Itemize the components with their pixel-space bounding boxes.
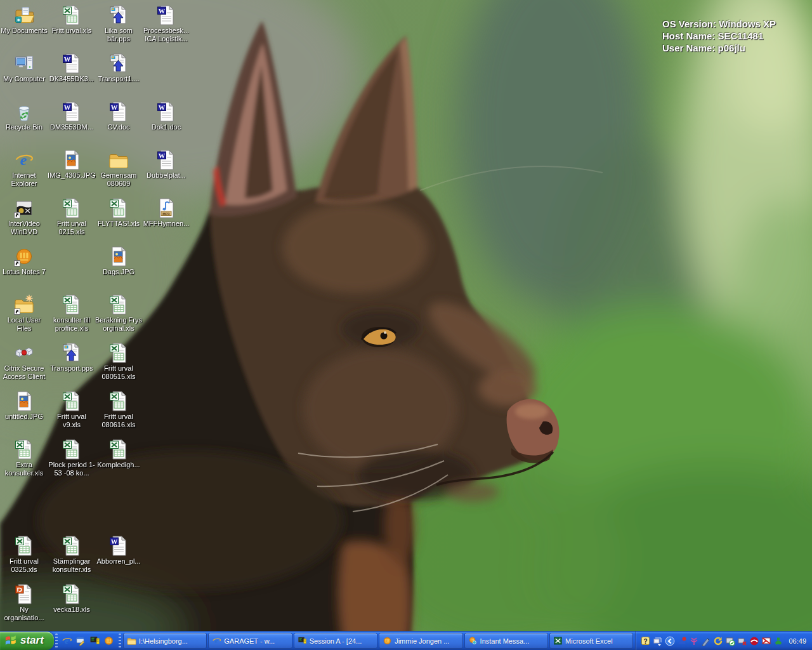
word-file-icon: W [156, 102, 176, 122]
desktop-icon-plock-period-1-53-08-ko[interactable]: Plock period 1-53 -08 ko... [48, 439, 96, 477]
desktop-icon-img-4305-jpg[interactable]: IMG_4305.JPG [48, 150, 96, 180]
antivirus-icon[interactable] [749, 636, 759, 646]
wireless-icon[interactable] [689, 636, 699, 646]
restore-window-icon[interactable] [653, 636, 663, 646]
system-update-icon[interactable] [725, 636, 735, 646]
desktop-icon-my-documents[interactable]: My Documents [0, 5, 48, 35]
folder-icon [127, 636, 136, 646]
excel-file-icon [62, 439, 82, 460]
desktop-icon-dok1-doc[interactable]: WDok1.doc [142, 102, 190, 131]
windows-logo-icon [4, 634, 17, 647]
image-file-icon [62, 150, 82, 170]
taskbar-window-jimmie-jongen[interactable]: Jimmie Jongen ... [379, 633, 462, 649]
word-file-icon: W [156, 150, 176, 170]
desktop-icon-konsulter-till-proffice-xls[interactable]: konsulter till proffice.xls [48, 295, 96, 332]
desktop-icon-label: Processbesk... ICA Logistik... [142, 27, 190, 43]
desktop-icon-extra-konsulter-xls[interactable]: Extra konsulter.xls [0, 439, 48, 477]
desktop-icon-ber-kning-frys-orginal-xls[interactable]: Beräkning Frys orginal.xls [95, 295, 143, 332]
host-session-icon[interactable] [89, 635, 101, 647]
desktop-icon-internet-explorer[interactable]: eInternet Explorer [0, 150, 48, 187]
desktop-icon-local-user-files[interactable]: Local User Files [0, 295, 48, 332]
network-disconnected-icon[interactable] [737, 636, 747, 646]
desktop-icon-untitled-jpg[interactable]: untitled.JPG [0, 391, 48, 421]
shortcut-arrow-icon [14, 308, 20, 315]
desktop-icon-cv-doc[interactable]: WCV.doc [95, 102, 143, 131]
desktop-icon-st-mplingar-konsulter-xls[interactable]: Stämplingar konsulter.xls [48, 536, 96, 573]
tray-clock[interactable]: 06:49 [789, 637, 806, 645]
taskbar-window-session-a-24[interactable]: Session A - [24... [294, 633, 377, 649]
taskbar-window-buttons: I:\Helsingborg...eGARAGET - w...Session … [122, 632, 636, 650]
taskbar-window-label: Microsoft Excel [565, 637, 613, 645]
show-desktop-icon[interactable] [75, 635, 87, 647]
desktop-icon-lika-som-b-r-pps[interactable]: Lika som bär.pps [95, 5, 143, 43]
ppt-file-icon [14, 584, 34, 604]
taskbar-window-label: I:\Helsingborg... [139, 637, 188, 645]
desktop-icon-abborren-pl[interactable]: WAbborren_pl... [95, 536, 143, 566]
pps-file-icon [108, 5, 129, 25]
vpn-icon[interactable] [761, 636, 771, 646]
desktop-icon-fritt-urval-0215-xls[interactable]: Fritt urval 0215.xls [48, 198, 96, 235]
desktop-icon-intervideo-windvd[interactable]: InterVideo WinDVD [0, 198, 48, 235]
desktop-icon-citrix-secure-access-client[interactable]: Citrix Secure Access Client [0, 343, 48, 380]
desktop-icon-label: Transport1.... [95, 75, 143, 83]
desktop-icon-fritt-urval-080515-xls[interactable]: Fritt urval 080515.xls [95, 343, 143, 380]
desktop-icon-label: IMG_4305.JPG [48, 171, 96, 180]
desktop-icon-flyttas-xls[interactable]: FLYTTAS!.xls [95, 198, 143, 228]
desktop-icon-fritt-urval-v9-xls[interactable]: Fritt urval v9.xls [48, 391, 96, 428]
desktop-icon-label: Gemensam 080609 [95, 171, 143, 187]
desktop-icon-gemensam-080609[interactable]: Gemensam 080609 [95, 150, 143, 187]
desktop-icon-transport-pps[interactable]: Transport.pps [48, 343, 96, 373]
pps-file-icon [62, 343, 82, 363]
desktop-icon-label: DM3553DM... [48, 123, 96, 131]
desktop-icon-label: Beräkning Frys orginal.xls [95, 316, 143, 332]
desktop-icon-label: Fritt urval 0215.xls [48, 220, 96, 235]
svg-text:W: W [159, 104, 166, 111]
start-button[interactable]: start [0, 632, 54, 650]
desktop-icon-recycle-bin[interactable]: Recycle Bin [0, 102, 48, 131]
desktop-icon-kompledigh[interactable]: Kompledigh... [95, 439, 143, 469]
internet-explorer-icon[interactable]: e [62, 635, 73, 647]
desktop-icon-fritt-urval-0325-xls[interactable]: Fritt urval 0325.xls [0, 536, 48, 573]
excel-file-icon [14, 439, 34, 460]
desktop-icon-label: Fritt urval 080616.xls [95, 413, 143, 428]
desktop-icon-vecka18-xls[interactable]: vecka18.xls [48, 584, 96, 614]
help-icon[interactable]: ? [641, 636, 651, 646]
desktop-icon-label: Dags.JPG [95, 268, 143, 276]
desktop-icon-label: Recycle Bin [0, 123, 48, 131]
desktop-icon-mffhymnen[interactable]: MP3MFFHymnen... [142, 198, 190, 228]
svg-text:W: W [64, 56, 71, 63]
desktop-icon-transport1[interactable]: Transport1.... [95, 53, 143, 83]
lotus-file-icon [14, 246, 34, 267]
desktop-icon-dk3455dk3[interactable]: WDK3455DK3... [48, 53, 96, 83]
system-tray: ?06:49 [635, 632, 812, 650]
shortcut-arrow-icon [14, 212, 20, 218]
desktop-icon-ny-organisatio[interactable]: Ny organisatio... [0, 584, 48, 621]
display-settings-icon[interactable] [677, 636, 687, 646]
desktop-icon-lotus-notes-7[interactable]: Lotus Notes 7 [0, 246, 48, 276]
system-info: OS Version: Windows XP Host Name: SEC114… [662, 18, 776, 54]
taskbar-window-instant-messa[interactable]: Instant Messa... [464, 633, 548, 649]
desktop-icon-dags-jpg[interactable]: Dags.JPG [95, 246, 143, 276]
excel-file-icon [62, 584, 82, 604]
ip-phone-icon[interactable] [773, 636, 783, 646]
pen-input-icon[interactable] [701, 636, 711, 646]
lotus-notes-icon[interactable] [103, 635, 115, 647]
desktop-icon-dubbelplat[interactable]: WDubbelplat... [142, 150, 190, 180]
taskbar-window-i-helsingborg[interactable]: I:\Helsingborg... [123, 633, 207, 649]
taskbar-window-microsoft-excel[interactable]: Microsoft Excel [549, 633, 633, 649]
hide-icons-chevron[interactable] [665, 636, 675, 646]
svg-text:e: e [215, 637, 218, 644]
svg-text:e: e [65, 637, 69, 646]
word-file-icon: W [62, 102, 82, 122]
desktop-icon-fritt-urval-080616-xls[interactable]: Fritt urval 080616.xls [95, 391, 143, 428]
desktop-icon-fritt-urval-xls[interactable]: Fritt urval.xls [48, 5, 96, 35]
windvd-file-icon [14, 198, 34, 218]
desktop-icon-label: My Documents [0, 27, 48, 35]
excelMini-icon [553, 636, 563, 646]
svg-text:W: W [111, 104, 118, 111]
liveupdate-icon[interactable] [713, 636, 723, 646]
desktop-icon-processbesk-ica-logistik[interactable]: WProcessbesk... ICA Logistik... [142, 5, 190, 43]
desktop-icon-my-computer[interactable]: My Computer [0, 53, 48, 83]
taskbar-window-garaget-w[interactable]: eGARAGET - w... [208, 633, 292, 649]
desktop-icon-dm3553dm[interactable]: WDM3553DM... [48, 102, 96, 131]
